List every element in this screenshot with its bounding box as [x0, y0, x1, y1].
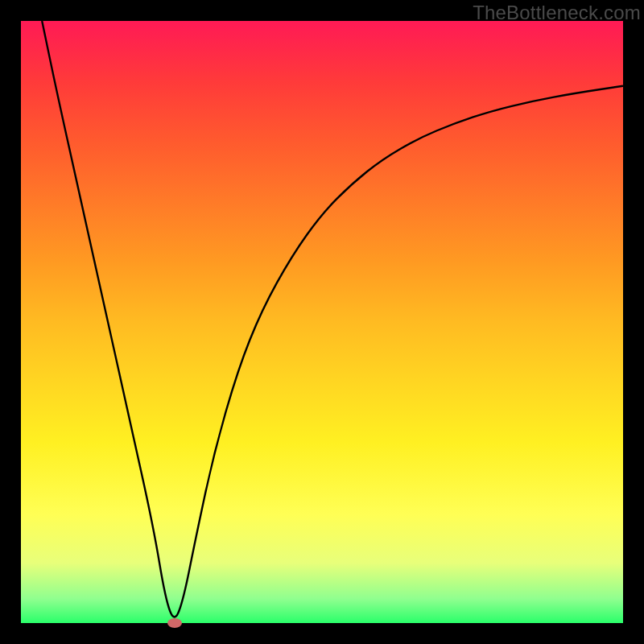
watermark-text: TheBottleneck.com [473, 2, 641, 24]
bottleneck-curve [21, 21, 623, 623]
plot-area [21, 21, 623, 623]
minimum-marker [167, 618, 182, 628]
chart-frame: TheBottleneck.com [0, 0, 644, 644]
